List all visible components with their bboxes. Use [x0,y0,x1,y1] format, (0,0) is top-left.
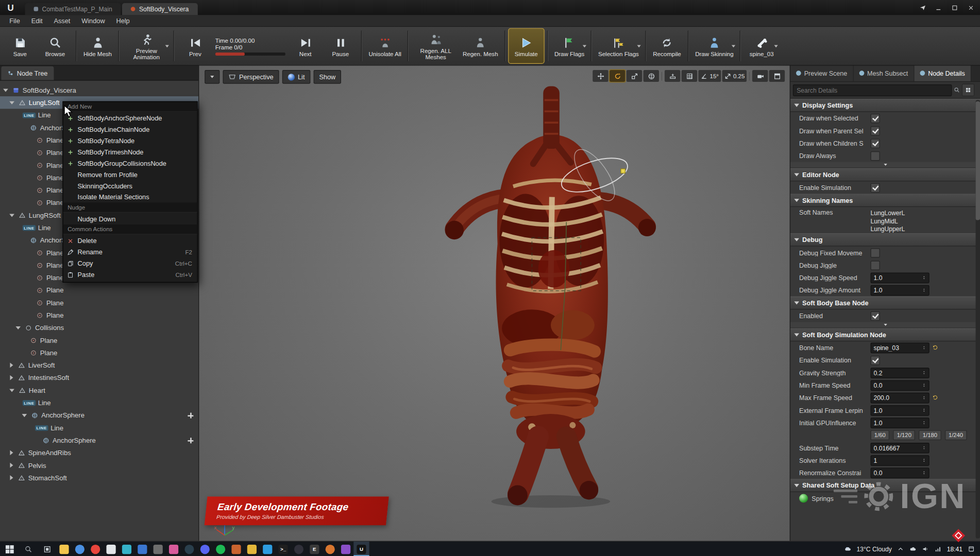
save-button[interactable]: Save [3,29,38,63]
tree-item-heart[interactable]: Heart [0,384,198,396]
section-header[interactable]: Debug [790,233,980,247]
expander-icon[interactable] [10,362,13,368]
value-input[interactable]: 1.0 [871,272,930,283]
grid-snap-button[interactable] [682,70,697,82]
section-header[interactable]: Display Settings [790,99,980,112]
tab-node-details[interactable]: Node Details [914,65,971,81]
regen-mesh-button[interactable]: Regen. Mesh [460,29,501,63]
context-menu-item[interactable]: PasteCtrl+V [63,269,197,280]
close-button[interactable] [963,2,978,13]
checkbox[interactable] [871,356,880,365]
checkbox[interactable] [871,248,880,257]
add-child-node-button[interactable] [188,438,193,443]
dropdown-arrow-icon[interactable] [774,45,778,47]
tree-item-spineandribs[interactable]: SpineAndRibs [0,446,198,459]
window-tab-combattestmap[interactable]: CombatTestMap_P_Main [25,3,121,15]
taskbar-app-calculator[interactable] [150,542,166,556]
scale-snap-button[interactable]: 0.25 [722,70,747,82]
context-menu-item[interactable]: Isolate Material Sections [63,192,197,203]
translate-tool-button[interactable] [593,70,608,82]
tree-item-anchorsphere[interactable]: AnchorSphere [0,434,198,446]
weather-label[interactable]: 13°C Cloudy [856,546,891,552]
tree-item-line[interactable]: LINELine [0,396,198,409]
menu-edit[interactable]: Edit [26,15,48,26]
tree-item-pelvis[interactable]: Pelvis [0,459,198,472]
checkbox[interactable] [871,260,880,270]
unisolate-all-button[interactable]: Unisolate All [365,29,404,63]
context-menu-item[interactable]: SoftBodyLineChainNode [63,124,197,135]
details-scrollbar[interactable] [976,100,980,538]
advanced-expander[interactable] [790,322,980,328]
checkbox[interactable] [871,126,880,135]
hide-mesh-button[interactable]: Hide Mesh [80,29,115,63]
tree-item-anchorsphere[interactable]: AnchorSphere [0,409,198,421]
camera-speed-button[interactable] [752,70,768,82]
checkbox[interactable] [871,138,880,148]
expander-icon[interactable] [3,89,8,92]
section-header[interactable]: Editor Node [790,168,980,182]
minimize-button[interactable] [931,2,945,13]
context-menu-item[interactable]: RenameF2 [63,247,197,258]
expander-icon[interactable] [9,101,14,104]
taskbar-app-file-explorer[interactable] [56,542,72,556]
surface-snap-button[interactable] [665,70,680,82]
dropdown-arrow-icon[interactable] [583,45,586,47]
taskbar-app-chrome[interactable] [72,542,88,556]
menu-window[interactable]: Window [76,15,110,26]
tab-preview-scene[interactable]: Preview Scene [790,65,853,81]
notification-center-icon[interactable] [968,545,975,553]
value-input[interactable]: 200.0 [871,392,930,403]
coordinate-space-button[interactable] [644,70,659,82]
checkbox[interactable] [871,151,880,160]
pause-button[interactable]: Pause [323,29,358,63]
checkbox[interactable] [871,183,880,192]
show-flags-button[interactable]: Show [313,70,341,84]
section-header[interactable]: Soft Body Base Node [790,297,980,310]
taskbar-search-button[interactable] [19,542,37,556]
taskbar-app-photos[interactable] [119,542,134,556]
perspective-button[interactable]: Perspective [223,70,279,84]
expander-icon[interactable] [10,450,13,456]
frame-rate-button[interactable]: 1/60 [871,430,890,440]
taskbar-app-archive[interactable] [244,542,260,556]
expander-icon[interactable] [22,413,27,416]
tray-expand-icon[interactable] [897,545,904,553]
taskbar-app-visual-studio[interactable] [338,542,353,556]
maximize-button[interactable] [947,2,962,13]
tree-item-plane[interactable]: Plane [0,297,198,309]
paper-plane-icon[interactable] [916,2,930,13]
context-menu-item[interactable]: SoftBodyTrimeshNode [63,146,197,158]
section-header[interactable]: Skinning Names [790,194,980,207]
expander-icon[interactable] [10,463,13,468]
taskbar-app-code-editor[interactable] [260,542,275,556]
menu-help[interactable]: Help [111,15,136,26]
clock[interactable]: 18:41 [947,546,962,552]
menu-asset[interactable]: Asset [48,15,76,26]
value-input[interactable]: 1 [871,455,930,466]
taskbar-app-paint[interactable] [166,542,181,556]
taskbar-app-steam[interactable] [181,542,197,556]
weather-icon[interactable] [844,545,852,553]
frame-rate-button[interactable]: 1/120 [893,430,915,440]
value-input[interactable]: 0.0 [871,467,930,478]
context-menu-item[interactable]: SkinningOccluders [63,180,197,192]
maximize-viewport-button[interactable] [769,70,785,82]
taskbar-app-terminal[interactable]: >_ [275,542,291,556]
frame-rate-button[interactable]: 1/180 [919,430,941,440]
reset-icon[interactable] [932,344,938,351]
cloud-sync-icon[interactable] [909,545,917,553]
value-input[interactable]: spine_03 [871,342,930,353]
tree-item-liversoft[interactable]: LiverSoft [0,359,198,371]
expander-icon[interactable] [9,389,14,392]
tree-item-stomachsoft[interactable]: StomachSoft [0,472,198,484]
taskbar-app-spotify[interactable] [213,542,228,556]
tree-item-plane[interactable]: Plane [0,309,198,321]
expander-icon[interactable] [9,214,14,217]
value-input[interactable]: 0.2 [871,368,930,378]
volume-icon[interactable] [922,545,930,553]
expander-icon[interactable] [10,475,13,480]
taskbar-app-epic-games[interactable]: E [307,542,322,556]
viewport-options-button[interactable] [205,70,219,84]
draw-skinning-button[interactable]: Draw Skinning [692,29,737,63]
dropdown-arrow-icon[interactable] [165,45,169,47]
